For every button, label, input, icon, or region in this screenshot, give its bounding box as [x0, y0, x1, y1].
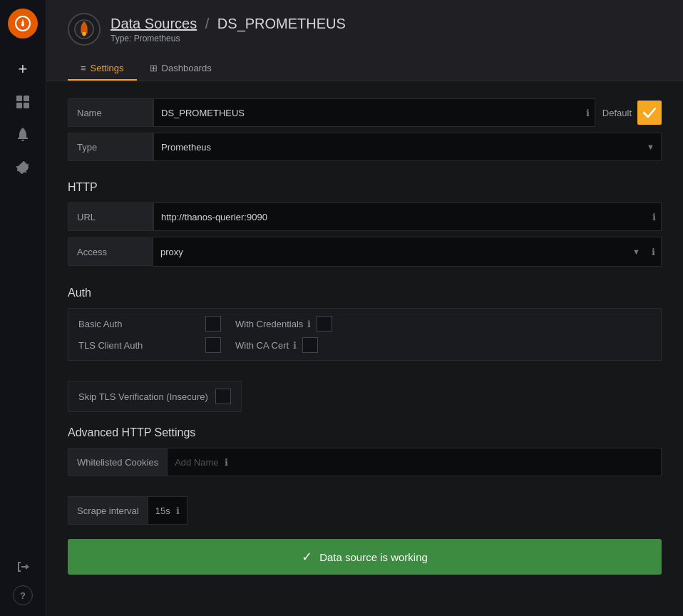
status-bar: ✓ Data source is working: [68, 539, 662, 575]
access-select-wrapper: proxy direct ▼ ℹ: [153, 237, 662, 267]
scrape-interval-value: 15s: [155, 505, 170, 516]
status-check-icon: ✓: [302, 549, 312, 565]
with-ca-cert-item: With CA Cert ℹ: [235, 337, 378, 353]
access-info-icon[interactable]: ℹ: [646, 247, 661, 257]
name-row: Name ℹ Default: [68, 98, 662, 127]
auth-grid: Basic Auth With Credentials ℹ TLS Client…: [68, 308, 662, 361]
svg-point-1: [21, 24, 24, 26]
http-section: HTTP URL ℹ Access proxy direct ▼ ℹ: [68, 181, 662, 267]
default-label: Default: [602, 108, 632, 118]
name-input-wrapper: ℹ: [153, 98, 595, 127]
with-credentials-info-icon[interactable]: ℹ: [307, 319, 311, 329]
dashboards-tab-label: Dashboards: [162, 63, 212, 73]
default-group: Default: [602, 101, 662, 125]
default-checkbox[interactable]: [637, 101, 662, 125]
with-ca-cert-label: With CA Cert: [235, 340, 289, 351]
with-credentials-label: With Credentials: [235, 319, 303, 329]
page-content: Name ℹ Default Type: [46, 81, 683, 616]
breadcrumb-separator: /: [205, 16, 210, 31]
http-heading: HTTP: [68, 181, 662, 194]
with-credentials-group: With Credentials ℹ: [235, 319, 311, 329]
scrape-interval-row: Scrape interval 15s ℹ: [68, 496, 662, 525]
url-input-wrapper: ℹ: [153, 202, 662, 231]
breadcrumb-current: DS_PROMETHEUS: [217, 16, 346, 31]
type-label: Type: [68, 133, 153, 161]
dashboards-tab-icon: ⊞: [150, 63, 158, 73]
access-select[interactable]: proxy direct: [153, 237, 627, 266]
breadcrumb: Data Sources / DS_PROMETHEUS: [111, 16, 346, 32]
svg-rect-2: [16, 96, 22, 101]
signout-button[interactable]: [9, 553, 37, 581]
status-bar-text: Data source is working: [319, 551, 428, 563]
with-ca-cert-group: With CA Cert ℹ: [235, 340, 297, 351]
whitelisted-cookies-row: Whitelisted Cookies Add Name ℹ: [68, 448, 662, 476]
scrape-interval-label: Scrape interval: [68, 496, 148, 525]
add-button[interactable]: +: [9, 55, 37, 83]
auth-row-2: TLS Client Auth With CA Cert ℹ: [78, 337, 651, 353]
auth-heading: Auth: [68, 287, 662, 299]
type-select-wrapper: Prometheus ▼: [153, 133, 662, 161]
basic-info-section: Name ℹ Default Type: [68, 98, 662, 161]
svg-point-7: [82, 32, 86, 36]
grafana-logo[interactable]: [8, 9, 38, 38]
datasource-type-icon: [68, 13, 101, 46]
basic-auth-label: Basic Auth: [78, 319, 200, 329]
access-label: Access: [68, 237, 153, 266]
auth-section: Auth Basic Auth With Credentials ℹ: [68, 287, 662, 361]
advanced-section: Advanced HTTP Settings Whitelisted Cooki…: [68, 426, 662, 476]
skip-tls-row: Skip TLS Verification (Insecure): [68, 381, 242, 412]
basic-auth-checkbox[interactable]: [205, 316, 221, 332]
alerts-button[interactable]: [9, 120, 37, 149]
svg-rect-5: [24, 103, 29, 108]
url-label: URL: [68, 202, 153, 231]
skip-tls-label: Skip TLS Verification (Insecure): [78, 391, 208, 402]
url-info-icon[interactable]: ℹ: [652, 212, 656, 222]
tls-client-auth-item: TLS Client Auth: [78, 337, 221, 353]
tls-client-auth-label: TLS Client Auth: [78, 340, 200, 351]
name-label: Name: [68, 98, 153, 127]
svg-rect-4: [16, 103, 22, 108]
url-row: URL ℹ: [68, 202, 662, 231]
url-input[interactable]: [153, 202, 662, 231]
auth-row-1: Basic Auth With Credentials ℹ: [78, 316, 651, 332]
main-content: Data Sources / DS_PROMETHEUS Type: Prome…: [46, 0, 683, 616]
tls-client-auth-checkbox[interactable]: [205, 337, 221, 353]
scrape-interval-info-icon[interactable]: ℹ: [176, 505, 180, 516]
scrape-interval-input-wrap: 15s ℹ: [148, 496, 188, 525]
dashboard-button[interactable]: [9, 88, 37, 116]
breadcrumb-datasources-link[interactable]: Data Sources: [111, 16, 197, 31]
whitelisted-cookies-label: Whitelisted Cookies: [68, 448, 168, 476]
type-row: Type Prometheus ▼: [68, 133, 662, 161]
sidebar: + ?: [0, 0, 46, 616]
whitelisted-cookies-info-icon[interactable]: ℹ: [225, 457, 228, 468]
header-tabs: ≡ Settings ⊞ Dashboards: [68, 57, 662, 81]
access-select-arrow: ▼: [627, 247, 646, 256]
with-credentials-item: With Credentials ℹ: [235, 316, 378, 332]
whitelisted-cookies-input-wrap: Add Name ℹ: [168, 448, 662, 476]
settings-tab-icon: ≡: [81, 63, 86, 73]
with-ca-cert-checkbox[interactable]: [302, 337, 318, 353]
whitelisted-cookies-placeholder: Add Name: [175, 457, 218, 468]
svg-rect-3: [24, 96, 29, 101]
skip-tls-checkbox[interactable]: [215, 389, 231, 404]
settings-button[interactable]: [9, 153, 37, 182]
help-button[interactable]: ?: [13, 585, 33, 605]
with-credentials-checkbox[interactable]: [317, 316, 332, 332]
access-row: Access proxy direct ▼ ℹ: [68, 237, 662, 267]
name-info-icon[interactable]: ℹ: [586, 108, 590, 118]
header-title-group: Data Sources / DS_PROMETHEUS Type: Prome…: [111, 16, 346, 43]
datasource-type-subtitle: Type: Prometheus: [111, 34, 346, 43]
with-ca-cert-info-icon[interactable]: ℹ: [293, 340, 297, 351]
type-select[interactable]: Prometheus: [153, 133, 662, 161]
settings-tab-label: Settings: [91, 63, 124, 73]
basic-auth-item: Basic Auth: [78, 316, 221, 332]
tab-settings[interactable]: ≡ Settings: [68, 57, 137, 81]
page-header: Data Sources / DS_PROMETHEUS Type: Prome…: [46, 0, 683, 81]
advanced-heading: Advanced HTTP Settings: [68, 426, 662, 439]
tab-dashboards[interactable]: ⊞ Dashboards: [137, 57, 225, 81]
name-input[interactable]: [153, 98, 595, 127]
